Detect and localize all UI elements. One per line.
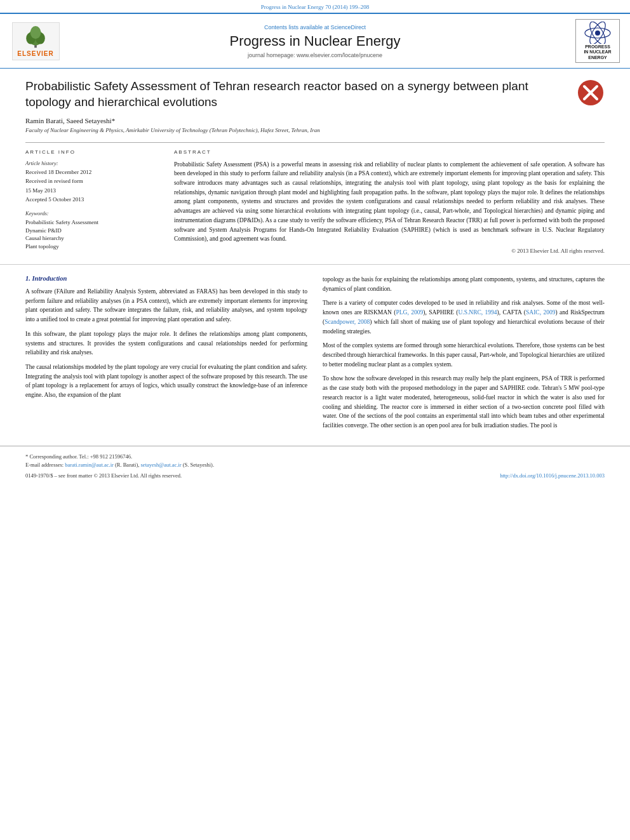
elsevier-tree-icon: ELSEVIER: [12, 22, 60, 60]
elsevier-logo-left: ELSEVIER: [10, 22, 61, 60]
intro-section-title: 1. Introduction: [25, 275, 307, 282]
intro-paragraph-1: A software (FAilure and Reliability Anal…: [25, 287, 307, 324]
journal-homepage: journal homepage: www.elsevier.com/locat…: [67, 52, 563, 58]
abstract-column: ABSTRACT Probabilistic Safety Assessment…: [174, 149, 605, 254]
journal-center-info: Contents lists available at ScienceDirec…: [67, 24, 563, 58]
copyright-text: © 2013 Elsevier Ltd. All rights reserved…: [174, 248, 605, 254]
crossmark-logo: [577, 79, 605, 107]
received-date: Received 18 December 2012: [25, 168, 159, 177]
footer-doi[interactable]: http://dx.doi.org/10.1016/j.pnucene.2013…: [500, 472, 605, 479]
intro-paragraph-2: In this software, the plant topology pla…: [25, 330, 307, 357]
history-label: Article history:: [25, 160, 159, 166]
keyword-psa: Probabilistic Safety Assessment: [25, 218, 159, 227]
right-logo-title: PROGRESSIN NUCLEARENERGY: [578, 44, 617, 60]
footer-bar: 0149-1970/$ – see front matter © 2013 El…: [0, 469, 630, 483]
article-info-abstract: ARTICLE INFO Article history: Received 1…: [25, 142, 605, 254]
article-title: Probabilistic Safety Assessment of Tehra…: [25, 79, 605, 110]
elsevier-text: ELSEVIER: [17, 50, 53, 57]
article-affiliation: Faculty of Nuclear Engineering & Physics…: [25, 127, 605, 133]
intro-left-column: 1. Introduction A software (FAilure and …: [25, 275, 307, 436]
right-paragraph-2: There is a variety of computer codes dev…: [323, 298, 605, 336]
keyword-dpid: Dynamic P&ID: [25, 227, 159, 235]
corresponding-author-note: * Corresponding author. Tel.: +98 912 21…: [25, 453, 605, 461]
footer-issn: 0149-1970/$ – see front matter © 2013 El…: [25, 472, 182, 479]
article-body: Probabilistic Safety Assessment of Tehra…: [0, 69, 630, 264]
sciencedirect-link: Contents lists available at ScienceDirec…: [67, 24, 563, 30]
scandpower-link[interactable]: Scandpower, 2008: [325, 319, 370, 325]
accepted-date: Accepted 5 October 2013: [25, 196, 159, 204]
email2-link[interactable]: setayesh@aut.ac.ir: [141, 462, 182, 468]
email1-link[interactable]: barati.ramin@aut.ac.ir: [65, 462, 114, 468]
email-addresses: E-mail addresses: barati.ramin@aut.ac.ir…: [25, 461, 605, 469]
right-paragraph-1: topology as the basis for explaining the…: [323, 275, 605, 293]
main-content: 1. Introduction A software (FAilure and …: [0, 264, 630, 446]
journal-right-logo: PROGRESSIN NUCLEARENERGY: [569, 19, 620, 63]
saic-link[interactable]: SAIC, 2009: [526, 309, 555, 316]
abstract-text: Probabilistic Safety Assessment (PSA) is…: [174, 160, 605, 244]
intro-right-column: topology as the basis for explaining the…: [323, 275, 605, 436]
article-authors: Ramin Barati, Saeed Setayeshi*: [25, 117, 605, 124]
abstract-header: ABSTRACT: [174, 149, 605, 155]
revised-date: 15 May 2013: [25, 187, 159, 195]
keywords-label: Keywords:: [25, 210, 159, 217]
footer-notes: * Corresponding author. Tel.: +98 912 21…: [0, 446, 630, 469]
article-info-header: ARTICLE INFO: [25, 149, 159, 155]
article-info-column: ARTICLE INFO Article history: Received 1…: [25, 149, 159, 254]
right-paragraph-3: Most of the complex systems are formed t…: [323, 341, 605, 369]
plg-link[interactable]: PLG, 2009: [396, 309, 424, 316]
journal-header: ELSEVIER Contents lists available at Sci…: [0, 13, 630, 69]
keyword-topology: Plant topology: [25, 243, 159, 251]
progress-nuclear-logo: PROGRESSIN NUCLEARENERGY: [575, 19, 620, 63]
right-paragraph-4: To show how the software developed in th…: [323, 374, 605, 430]
svg-point-4: [30, 26, 41, 39]
journal-title: Progress in Nuclear Energy: [67, 33, 563, 50]
journal-reference: Progress in Nuclear Energy 70 (2014) 199…: [0, 0, 630, 13]
usnrc-link[interactable]: U.S.NRC, 1994: [458, 309, 497, 316]
intro-paragraph-3: The causal relationships modeled by the …: [25, 363, 307, 400]
revised-label: Received in revised form: [25, 177, 159, 185]
keyword-causal: Causal hierarchy: [25, 234, 159, 243]
svg-point-5: [595, 30, 600, 36]
